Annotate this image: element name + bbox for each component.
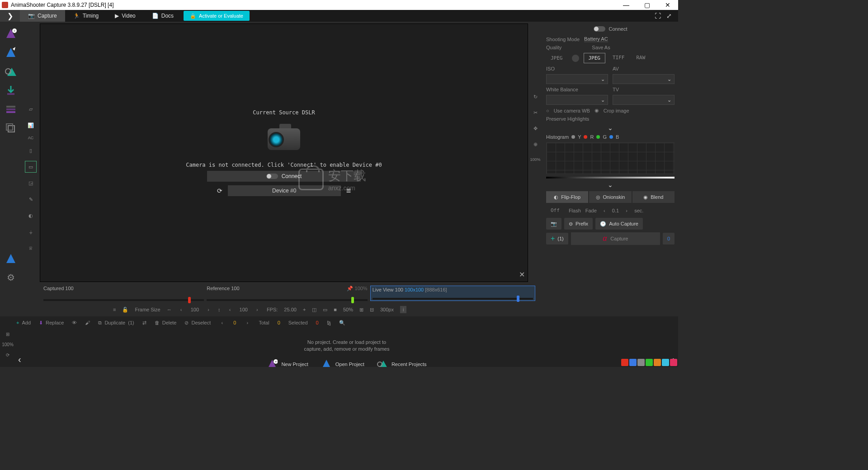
new-project-button[interactable]: +New Project [267, 359, 308, 367]
open-project-button[interactable]: Open Project [321, 359, 364, 367]
off-button[interactable]: Off [546, 206, 564, 215]
hist-b-dot[interactable] [609, 135, 613, 139]
hist-y-dot[interactable] [571, 135, 575, 139]
prefix-button[interactable]: ⊖Prefix [564, 218, 593, 230]
resize-v-icon[interactable]: ↕ [218, 307, 221, 312]
hist-g-dot[interactable] [596, 135, 600, 139]
deselect-button[interactable]: ⊘Deselect [184, 320, 211, 326]
tray-icon-7[interactable] [670, 359, 677, 366]
activate-button[interactable]: 🔒Activate or Evaluate [184, 11, 250, 21]
capture-button[interactable]: αCapture [571, 232, 660, 245]
recent-projects-icon[interactable] [5, 65, 17, 78]
import-icon[interactable] [5, 84, 17, 97]
layers-icon[interactable] [5, 103, 17, 116]
step-inc[interactable]: › [254, 307, 260, 312]
menu-chevron-icon[interactable]: ❯ [0, 10, 20, 22]
recent-projects-button[interactable]: Recent Projects [377, 359, 427, 367]
frame-icon[interactable]: ▭ [25, 161, 37, 173]
tray-icon-3[interactable] [637, 359, 645, 366]
timeline-prev[interactable]: ‹ [18, 354, 21, 365]
liveview-slider[interactable]: Live View 100 100x100 [888x616] [370, 286, 535, 301]
tab-video[interactable]: ▶Video [107, 10, 143, 22]
auto-capture-button[interactable]: 🕐Auto Capture [595, 218, 643, 230]
crop-icon[interactable]: ◲ [25, 177, 37, 189]
quality-dot-icon[interactable] [572, 55, 579, 62]
pin-icon[interactable]: 📌 [347, 286, 353, 291]
reverse-icon[interactable]: ⇄ [142, 320, 146, 326]
hist-r-dot[interactable] [584, 135, 587, 139]
step-dec[interactable]: ‹ [227, 307, 233, 312]
fullscreen-icon[interactable]: ⛶ [655, 12, 661, 19]
expand-chevron-2[interactable]: ⌄ [546, 181, 675, 188]
next-frame[interactable]: › [244, 320, 250, 325]
eye-icon[interactable]: 👁 [72, 320, 77, 325]
move-icon[interactable]: ✥ [533, 126, 538, 132]
panel-connect[interactable]: Connect [546, 24, 675, 33]
fade-dec[interactable]: ‹ [601, 208, 608, 213]
search-icon[interactable]: 🔍 [339, 320, 345, 326]
levels-icon[interactable]: ⏚ [25, 226, 37, 238]
add-button[interactable]: +Add [16, 320, 31, 325]
tray-icon-5[interactable] [654, 359, 661, 366]
flipflop-tab[interactable]: ◐Flip-Flop [546, 191, 588, 203]
settings-icon[interactable]: ⚙ [5, 271, 17, 284]
tray-icon-1[interactable] [621, 359, 628, 366]
replace-button[interactable]: ⬇Replace [39, 320, 64, 326]
use-camera-wb-radio[interactable]: ○ [546, 108, 549, 113]
rotate-icon[interactable]: ↻ [533, 94, 538, 100]
refresh-icon[interactable]: ⟳ [6, 352, 9, 357]
iso-select[interactable]: ⌄ [546, 74, 608, 84]
stack-icon[interactable] [5, 122, 17, 135]
quality-jpeg[interactable]: JPEG [546, 53, 567, 63]
perspective-icon[interactable]: ▱ [25, 103, 37, 115]
eyedropper-icon[interactable]: ✎ [25, 193, 37, 205]
captured-slider[interactable]: Captured 100 [43, 286, 204, 301]
blend-tab[interactable]: ◉Blend [632, 191, 675, 203]
maximize-button[interactable]: ▢ [637, 0, 657, 10]
photo-button[interactable]: 📷 [546, 218, 561, 230]
battery-icon[interactable]: ▯ [25, 145, 37, 156]
saveas-jpeg[interactable]: JPEG [584, 53, 606, 63]
frame-outline-icon[interactable]: ▭ [323, 307, 327, 313]
device-menu-icon[interactable]: ≡ [346, 186, 351, 196]
wb-select[interactable]: ⌄ [546, 95, 608, 105]
histogram-icon[interactable]: 📊 [25, 119, 37, 131]
prev-frame[interactable]: ‹ [219, 320, 225, 325]
list-icon[interactable]: ≡ [113, 307, 116, 312]
adjust-icon[interactable]: ♕ [25, 242, 37, 254]
duplicate-button[interactable]: ⧉Duplicate (1) [98, 320, 134, 326]
tray-icon-4[interactable] [646, 359, 653, 366]
onionskin-tab[interactable]: ◎Onionskin [589, 191, 631, 203]
add-count-button[interactable]: +(1) [546, 233, 568, 244]
tab-docs[interactable]: 📄Docs [144, 10, 182, 22]
crop-image-radio[interactable]: ◉ [594, 108, 599, 113]
expand-icon[interactable]: ⤢ [666, 12, 672, 19]
mirror-icon[interactable]: ⧎ [327, 320, 331, 326]
export-icon[interactable] [5, 252, 17, 265]
target-icon[interactable]: ⊕ [533, 141, 538, 147]
minimize-button[interactable]: — [616, 0, 637, 10]
saveas-tiff[interactable]: TIFF [608, 53, 629, 63]
add-icon[interactable]: + [303, 307, 306, 312]
new-project-icon[interactable]: + [5, 27, 17, 40]
delete-button[interactable]: 🗑Delete [155, 320, 177, 325]
tray-icon-6[interactable] [662, 359, 669, 366]
connect-button[interactable]: Connect [207, 171, 361, 182]
fs-inc[interactable]: › [205, 307, 212, 312]
grid3-icon[interactable]: ⊞ [359, 307, 363, 313]
info-icon[interactable]: i [400, 306, 406, 313]
resize-h-icon[interactable]: ↔ [167, 307, 172, 312]
refresh-icon[interactable]: ⟳ [217, 187, 222, 194]
cut-icon[interactable]: ✂ [533, 110, 538, 116]
fs-dec[interactable]: ‹ [178, 307, 184, 312]
reference-slider[interactable]: Reference 100 📌 100% [207, 286, 367, 301]
brush-icon[interactable]: 🖌 [85, 320, 90, 325]
open-project-icon[interactable] [5, 46, 17, 59]
tv-select[interactable]: ⌄ [613, 95, 675, 105]
tab-timing[interactable]: 🏃Timing [65, 10, 107, 22]
tab-capture[interactable]: 📷Capture [20, 10, 65, 22]
tray-icon-2[interactable] [629, 359, 637, 366]
stop-icon[interactable]: ■ [334, 307, 337, 312]
device-select[interactable]: Device #0 [228, 185, 341, 196]
close-button[interactable]: ✕ [657, 0, 678, 10]
